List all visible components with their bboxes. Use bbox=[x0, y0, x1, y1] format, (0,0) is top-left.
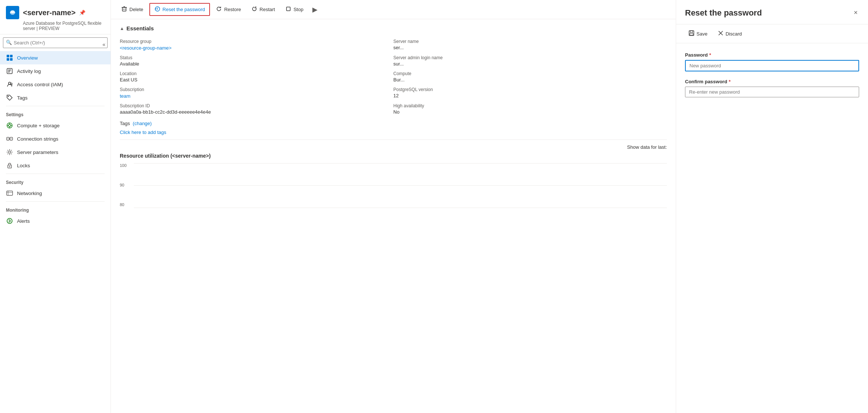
sidebar-item-tags[interactable]: Tags bbox=[0, 91, 111, 104]
password-label-text: Password bbox=[685, 52, 708, 58]
search-icon: 🔍 bbox=[6, 39, 12, 45]
reset-password-label: Reset the password bbox=[163, 7, 205, 12]
svg-rect-6 bbox=[10, 58, 13, 61]
panel-body: Password * Confirm password * bbox=[676, 43, 868, 413]
sidebar-header: <server-name> 📌 Azure Database for Postg… bbox=[0, 0, 111, 34]
overview-icon bbox=[6, 54, 13, 61]
essentials-value-server-name: ser... bbox=[393, 45, 667, 50]
stop-icon bbox=[285, 6, 291, 13]
sidebar-item-networking[interactable]: Networking bbox=[0, 187, 111, 200]
restart-icon bbox=[251, 6, 257, 13]
panel-save-button[interactable]: Save bbox=[685, 28, 711, 39]
essentials-chevron-icon[interactable]: ▲ bbox=[120, 26, 124, 31]
sidebar-item-locks[interactable]: Locks bbox=[0, 159, 111, 172]
essentials-label-server-name: Server name bbox=[393, 39, 667, 44]
main-content: Delete Reset the password Restore bbox=[111, 0, 676, 413]
content-area: ▲ Essentials Resource group <resource-gr… bbox=[111, 19, 676, 413]
essentials-item-status: Status Available bbox=[120, 54, 393, 70]
sidebar-item-activity-log[interactable]: Activity log bbox=[0, 64, 111, 78]
sidebar-item-server-parameters[interactable]: Server parameters bbox=[0, 145, 111, 159]
essentials-item-ha: High availability No bbox=[393, 102, 667, 118]
section-divider-1 bbox=[120, 140, 667, 140]
collapse-sidebar-button[interactable]: « bbox=[101, 40, 107, 49]
show-data-row: Show data for last: bbox=[120, 144, 667, 150]
essentials-label-resource-group: Resource group bbox=[120, 39, 393, 44]
password-label: Password * bbox=[685, 52, 859, 58]
monitoring-divider bbox=[6, 201, 105, 202]
server-name-label: <server-name> bbox=[23, 9, 75, 17]
essentials-value-pg-version: 12 bbox=[393, 93, 667, 98]
tags-change-link[interactable]: (change) bbox=[133, 121, 152, 126]
essentials-value-location: East US bbox=[120, 77, 393, 83]
settings-divider bbox=[6, 106, 105, 106]
server-subtitle: Azure Database for PostgreSQL flexible s… bbox=[23, 21, 105, 31]
essentials-label-compute: Compute bbox=[393, 71, 667, 76]
discard-icon bbox=[718, 30, 723, 37]
svg-point-39 bbox=[157, 9, 158, 10]
restart-button[interactable]: Restart bbox=[247, 4, 279, 15]
search-input[interactable] bbox=[3, 37, 108, 48]
essentials-grid: Resource group <resource-group-name> Ser… bbox=[120, 37, 667, 118]
svg-rect-3 bbox=[7, 55, 9, 57]
confirm-password-form-group: Confirm password * bbox=[685, 79, 859, 97]
more-actions-button[interactable]: ▶ bbox=[309, 4, 321, 15]
server-info: <server-name> 📌 bbox=[6, 6, 105, 19]
confirm-password-input[interactable] bbox=[685, 87, 859, 97]
essentials-value-subscription[interactable]: team bbox=[120, 93, 130, 99]
chart-line-80 bbox=[134, 208, 667, 208]
show-data-label: Show data for last: bbox=[627, 144, 667, 150]
sidebar-item-compute-storage[interactable]: Compute + storage bbox=[0, 119, 111, 132]
access-control-icon bbox=[6, 81, 13, 88]
svg-rect-5 bbox=[7, 58, 9, 61]
y-label-100: 100 bbox=[120, 163, 133, 168]
sidebar-item-connection-strings[interactable]: Connection strings bbox=[0, 132, 111, 145]
chart-lines bbox=[134, 163, 667, 208]
essentials-title: Essentials bbox=[126, 25, 154, 31]
delete-icon bbox=[121, 6, 127, 13]
tags-add-row: Click here to add tags bbox=[120, 129, 667, 135]
reset-password-button[interactable]: Reset the password bbox=[149, 3, 210, 16]
password-required-star: * bbox=[709, 52, 711, 58]
restore-label: Restore bbox=[224, 7, 241, 12]
sidebar: <server-name> 📌 Azure Database for Postg… bbox=[0, 0, 111, 413]
panel-toolbar: Save Discard bbox=[676, 24, 868, 43]
chart-line-100 bbox=[134, 163, 667, 164]
essentials-label-status: Status bbox=[120, 55, 393, 60]
tags-label: Tags bbox=[17, 95, 28, 101]
confirm-password-required-star: * bbox=[729, 79, 730, 84]
add-tags-link[interactable]: Click here to add tags bbox=[120, 130, 166, 135]
svg-rect-40 bbox=[286, 7, 290, 11]
y-label-90: 90 bbox=[120, 183, 133, 187]
panel-close-button[interactable]: × bbox=[852, 7, 859, 18]
essentials-label-admin-login: Server admin login name bbox=[393, 55, 667, 60]
essentials-value-admin-login: sur... bbox=[393, 61, 667, 67]
save-label: Save bbox=[696, 31, 708, 37]
svg-rect-33 bbox=[122, 7, 126, 11]
pin-icon[interactable]: 📌 bbox=[79, 10, 85, 16]
sidebar-item-overview[interactable]: Overview bbox=[0, 51, 111, 64]
connection-strings-label: Connection strings bbox=[17, 136, 58, 142]
svg-point-15 bbox=[9, 124, 11, 127]
overview-label: Overview bbox=[17, 55, 38, 61]
monitoring-section-label: Monitoring bbox=[0, 203, 111, 214]
compute-storage-label: Compute + storage bbox=[17, 123, 60, 128]
essentials-item-location: Location East US bbox=[120, 70, 393, 85]
password-input[interactable] bbox=[685, 60, 859, 71]
tags-row: Tags (change) bbox=[120, 121, 667, 126]
panel-discard-button[interactable]: Discard bbox=[714, 28, 746, 39]
essentials-value-resource-group[interactable]: <resource-group-name> bbox=[120, 45, 172, 51]
sidebar-item-alerts[interactable]: Alerts bbox=[0, 214, 111, 228]
server-parameters-icon bbox=[6, 148, 13, 156]
essentials-item-resource-group: Resource group <resource-group-name> bbox=[120, 37, 393, 54]
delete-button[interactable]: Delete bbox=[117, 4, 148, 15]
svg-rect-28 bbox=[7, 191, 13, 195]
svg-point-13 bbox=[8, 96, 9, 97]
svg-point-25 bbox=[9, 151, 11, 153]
alerts-label: Alerts bbox=[17, 218, 30, 224]
stop-button[interactable]: Stop bbox=[281, 4, 308, 15]
svg-point-11 bbox=[9, 82, 11, 84]
activity-log-icon bbox=[6, 67, 13, 75]
restore-button[interactable]: Restore bbox=[211, 4, 245, 15]
sidebar-item-access-control[interactable]: Access control (IAM) bbox=[0, 78, 111, 91]
essentials-label-ha: High availability bbox=[393, 103, 667, 108]
